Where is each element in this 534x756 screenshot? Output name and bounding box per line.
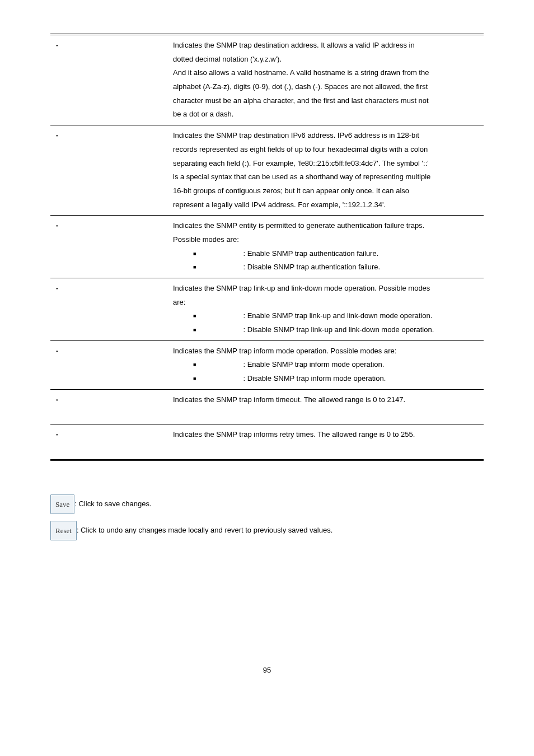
square-bullet-icon: ■ (193, 374, 196, 384)
bullet-icon: ● (56, 133, 58, 139)
description-line: dotted decimal notation ('x.y.z.w'). (173, 53, 478, 67)
save-button-description: : Click to save changes. (74, 500, 151, 508)
bullet-icon: ● (56, 286, 58, 292)
table-row: ●Indicates the SNMP trap destination IPv… (50, 125, 484, 216)
reset-button[interactable]: Reset (50, 521, 77, 540)
sub-bullet-text: : Disable SNMP trap inform mode operatio… (243, 374, 386, 382)
bullet-icon: ● (56, 432, 58, 438)
row-description-cell: Indicates the SNMP trap informs retry ti… (171, 424, 484, 460)
parameter-table: ●Indicates the SNMP trap destination add… (50, 34, 484, 461)
description-line: 16-bit groups of contiguous zeros; but i… (173, 184, 478, 198)
sub-bullet-line: ■: Disable SNMP trap authentication fail… (173, 260, 478, 274)
save-button[interactable]: Save (50, 494, 74, 514)
description-line: records represented as eight fields of u… (173, 143, 478, 157)
row-description-cell: Indicates the SNMP trap link-up and link… (171, 278, 484, 341)
row-label-cell: ● (50, 424, 171, 460)
sub-bullet-line: ■: Enable SNMP trap inform mode operatio… (173, 358, 478, 372)
row-description-cell: Indicates the SNMP trap inform mode oper… (171, 340, 484, 389)
sub-bullet-line: ■: Disable SNMP trap inform mode operati… (173, 372, 478, 386)
reset-button-row: Reset: Click to undo any changes made lo… (50, 521, 484, 540)
table-row: ●Indicates the SNMP trap destination add… (50, 35, 484, 125)
description-line: Indicates the SNMP entity is permitted t… (173, 219, 478, 233)
description-line: represent a legally valid IPv4 address. … (173, 198, 478, 212)
save-button-row: Save: Click to save changes. (50, 494, 484, 514)
table-row: ●Indicates the SNMP entity is permitted … (50, 216, 484, 278)
square-bullet-icon: ■ (193, 249, 196, 259)
description-line: alphabet (A-Za-z), digits (0-9), dot (.)… (173, 80, 478, 94)
row-description-cell: Indicates the SNMP entity is permitted t… (171, 216, 484, 278)
sub-bullet-text: : Disable SNMP trap link-up and link-dow… (243, 325, 434, 334)
description-line: Indicates the SNMP trap link-up and link… (173, 282, 478, 296)
description-line: Indicates the SNMP trap destination IPv6… (173, 129, 478, 143)
description-line: And it also allows a valid hostname. A v… (173, 66, 478, 80)
description-line: be a dot or a dash. (173, 108, 478, 122)
reset-button-description: : Click to undo any changes made locally… (77, 526, 332, 534)
square-bullet-icon: ■ (193, 360, 196, 370)
square-bullet-icon: ■ (193, 325, 196, 335)
bullet-icon: ● (56, 397, 58, 403)
table-row: ●Indicates the SNMP trap link-up and lin… (50, 278, 484, 341)
sub-bullet-line: ■: Enable SNMP trap authentication failu… (173, 247, 478, 261)
description-line: character must be an alpha character, an… (173, 94, 478, 108)
description-line: are: (173, 296, 478, 310)
sub-bullet-text: : Disable SNMP trap authentication failu… (243, 263, 380, 271)
row-label-cell: ● (50, 35, 171, 125)
row-description-cell: Indicates the SNMP trap destination IPv6… (171, 125, 484, 216)
row-label-cell: ● (50, 389, 171, 424)
sub-bullet-text: : Enable SNMP trap link-up and link-down… (243, 311, 432, 320)
sub-bullet-line: ■: Disable SNMP trap link-up and link-do… (173, 323, 478, 337)
description-line: Indicates the SNMP trap destination addr… (173, 39, 478, 53)
row-label-cell: ● (50, 216, 171, 278)
description-line: Indicates the SNMP trap inform timeout. … (173, 393, 478, 407)
row-label-cell: ● (50, 125, 171, 216)
row-description-cell: Indicates the SNMP trap destination addr… (171, 35, 484, 125)
row-label-cell: ● (50, 340, 171, 389)
table-row: ●Indicates the SNMP trap informs retry t… (50, 424, 484, 460)
sub-bullet-text: : Enable SNMP trap authentication failur… (243, 249, 378, 258)
page-number: 95 (50, 664, 484, 678)
table-row: ●Indicates the SNMP trap inform mode ope… (50, 340, 484, 389)
sub-bullet-line: ■: Enable SNMP trap link-up and link-dow… (173, 309, 478, 323)
table-row: ●Indicates the SNMP trap inform timeout.… (50, 389, 484, 424)
description-line: separating each field (:). For example, … (173, 157, 478, 171)
description-line: Possible modes are: (173, 233, 478, 247)
square-bullet-icon: ■ (193, 263, 196, 272)
row-description-cell: Indicates the SNMP trap inform timeout. … (171, 389, 484, 424)
description-line: is a special syntax that can be used as … (173, 170, 478, 184)
sub-bullet-text: : Enable SNMP trap inform mode operation… (243, 360, 384, 368)
bullet-icon: ● (56, 223, 58, 229)
row-label-cell: ● (50, 278, 171, 341)
description-line: Indicates the SNMP trap informs retry ti… (173, 428, 478, 442)
bullet-icon: ● (56, 43, 58, 49)
square-bullet-icon: ■ (193, 311, 196, 321)
bullet-icon: ● (56, 348, 58, 354)
description-line: Indicates the SNMP trap inform mode oper… (173, 344, 478, 358)
